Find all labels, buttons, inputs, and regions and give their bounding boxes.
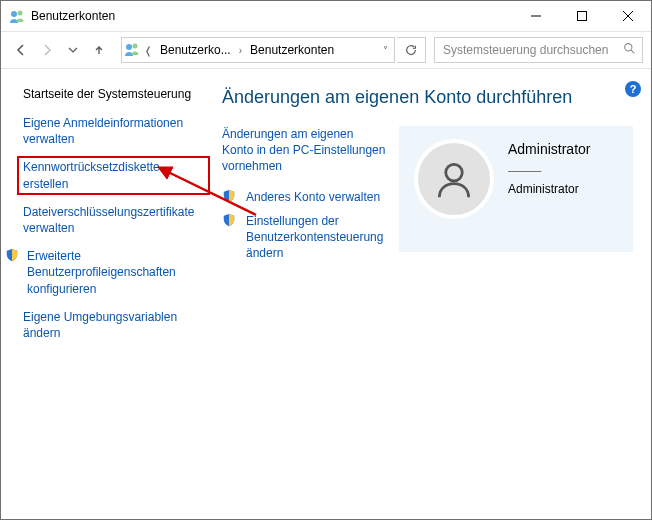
action-list: Änderungen am eigenen Konto in den PC-Ei… (222, 126, 387, 269)
chevron-right-icon[interactable]: ❬ (144, 45, 152, 56)
sidebar-item-credentials[interactable]: Eigene Anmeldeinformationen verwalten (23, 115, 204, 147)
titlebar: Benutzerkonten (1, 1, 651, 32)
forward-button[interactable] (35, 38, 59, 62)
account-info: Administrator Administrator (508, 139, 590, 198)
sidebar-item-password-reset-disk[interactable]: Kennwortrücksetzdiskette erstellen (23, 159, 204, 191)
chevron-down-icon[interactable]: ˅ (383, 45, 388, 56)
chevron-right-icon[interactable]: › (239, 45, 242, 56)
main-pane: Änderungen am eigenen Konto durchführen … (216, 69, 651, 520)
shield-icon (5, 248, 19, 262)
svg-point-1 (18, 11, 23, 16)
action-manage-other[interactable]: Anderes Konto verwalten (222, 189, 387, 205)
breadcrumb-item-2[interactable]: Benutzerkonten (246, 43, 338, 57)
action-label: Anderes Konto verwalten (246, 189, 380, 205)
account-name: Administrator (508, 139, 590, 160)
page-heading: Änderungen am eigenen Konto durchführen (222, 87, 633, 108)
nav-row: ❬ Benutzerko... › Benutzerkonten ˅ (1, 32, 651, 69)
avatar (414, 139, 494, 219)
breadcrumb-item-1[interactable]: Benutzerko... (156, 43, 235, 57)
titlebar-left: Benutzerkonten (9, 8, 115, 24)
account-meta (508, 162, 590, 180)
shield-icon (222, 189, 236, 203)
back-button[interactable] (9, 38, 33, 62)
action-pc-settings[interactable]: Änderungen am eigenen Konto in den PC-Ei… (222, 126, 387, 175)
window: Benutzerkonten ❬ (0, 0, 652, 520)
window-buttons (513, 1, 651, 31)
window-title: Benutzerkonten (31, 9, 115, 23)
sidebar-item-advanced-profile[interactable]: Erweiterte Benutzerprofileigenschaften k… (23, 248, 204, 297)
svg-point-8 (625, 44, 632, 51)
action-label: Einstellungen der Benutzerkontensteuerun… (246, 213, 387, 262)
search-input[interactable] (441, 42, 617, 58)
sidebar-item-label: Eigene Anmeldeinformationen verwalten (23, 115, 204, 147)
search-box[interactable] (434, 37, 643, 63)
svg-point-6 (126, 44, 132, 50)
close-button[interactable] (605, 1, 651, 31)
sidebar: Startseite der Systemsteuerung Eigene An… (1, 69, 216, 520)
svg-point-7 (133, 43, 138, 48)
maximize-button[interactable] (559, 1, 605, 31)
address-bar[interactable]: ❬ Benutzerko... › Benutzerkonten ˅ (121, 37, 395, 63)
search-icon[interactable] (623, 42, 636, 58)
svg-rect-3 (578, 12, 587, 21)
account-role: Administrator (508, 180, 590, 198)
sidebar-item-label: Eigene Umgebungsvariablen ändern (23, 309, 204, 341)
sidebar-item-env-vars[interactable]: Eigene Umgebungsvariablen ändern (23, 309, 204, 341)
shield-icon (222, 213, 236, 227)
svg-point-0 (11, 11, 17, 17)
action-uac-settings[interactable]: Einstellungen der Benutzerkontensteuerun… (222, 213, 387, 262)
user-accounts-icon (124, 41, 140, 60)
content-body: ? Startseite der Systemsteuerung Eigene … (1, 69, 651, 520)
sidebar-item-label: Kennwortrücksetzdiskette erstellen (17, 156, 210, 194)
sidebar-item-label: Erweiterte Benutzerprofileigenschaften k… (27, 248, 204, 297)
sidebar-item-label: Dateiverschlüsselungs­zertifikate verwal… (23, 204, 204, 236)
control-panel-home-link[interactable]: Startseite der Systemsteuerung (23, 87, 204, 101)
main-columns: Änderungen am eigenen Konto in den PC-Ei… (222, 126, 633, 269)
svg-line-9 (631, 50, 634, 53)
user-accounts-icon (9, 8, 25, 24)
account-card: Administrator Administrator (399, 126, 633, 252)
minimize-button[interactable] (513, 1, 559, 31)
sidebar-item-encryption-certs[interactable]: Dateiverschlüsselungs­zertifikate verwal… (23, 204, 204, 236)
svg-point-10 (446, 164, 463, 181)
recent-locations-button[interactable] (61, 38, 85, 62)
refresh-button[interactable] (397, 37, 426, 63)
up-button[interactable] (87, 38, 111, 62)
